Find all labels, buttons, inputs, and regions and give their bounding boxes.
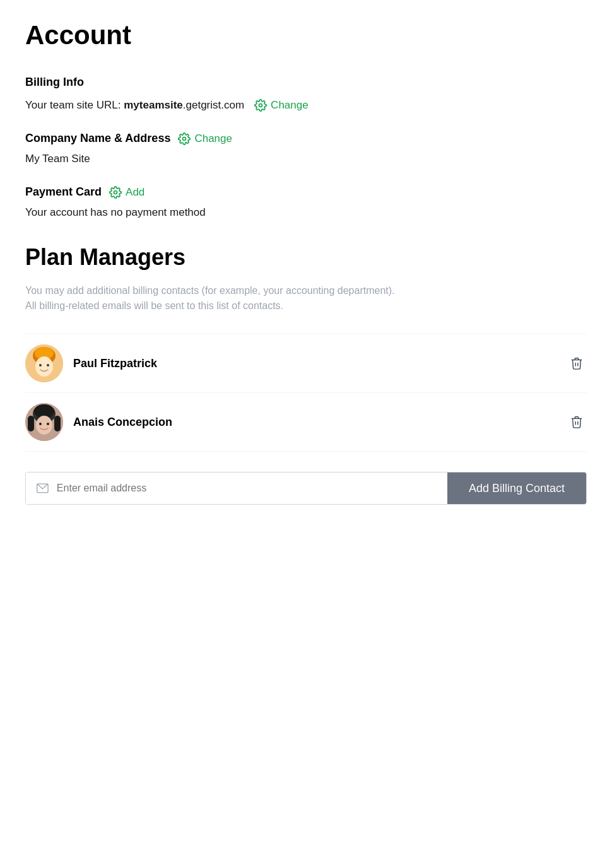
payment-add-link[interactable]: Add (109, 186, 144, 199)
gear-icon-payment (109, 186, 122, 199)
contact-item: Paul Fitzpatrick (25, 334, 587, 393)
company-change-label: Change (194, 132, 232, 145)
add-contact-row: Add Billing Contact (25, 472, 587, 505)
team-site-label: Your team site URL: myteamsite.getgrist.… (25, 99, 244, 112)
billing-info-section: Billing Info Your team site URL: myteams… (25, 76, 587, 219)
team-site-row: Your team site URL: myteamsite.getgrist.… (25, 99, 587, 112)
svg-point-1 (183, 137, 186, 140)
avatar (25, 403, 63, 441)
anais-avatar-illustration (25, 403, 63, 441)
payment-no-method: Your account has no payment method (25, 206, 587, 219)
payment-header: Payment Card Add (25, 185, 587, 199)
contact-list: Paul Fitzpatrick (25, 334, 587, 452)
plan-managers-title: Plan Managers (25, 244, 587, 271)
team-site-change-label: Change (271, 99, 309, 112)
gear-icon-teamsite (254, 99, 267, 112)
contact-item: Anais Concepcion (25, 393, 587, 452)
billing-info-block: Billing Info Your team site URL: myteams… (25, 76, 587, 112)
svg-point-7 (39, 364, 42, 367)
team-site-bold: myteamsite (124, 99, 183, 111)
add-billing-contact-button[interactable]: Add Billing Contact (447, 472, 586, 504)
delete-contact-button[interactable] (567, 412, 587, 432)
gear-icon-company (178, 132, 191, 145)
avatar (25, 344, 63, 382)
company-block: Company Name & Address Change My Team Si… (25, 132, 587, 165)
payment-block: Payment Card Add Your account has no pay… (25, 185, 587, 219)
trash-icon (570, 415, 584, 429)
svg-rect-13 (28, 416, 34, 431)
delete-contact-button[interactable] (567, 353, 587, 373)
company-name: My Team Site (25, 153, 587, 165)
svg-point-0 (259, 104, 262, 107)
svg-point-8 (47, 364, 49, 367)
page-title: Account (25, 20, 587, 50)
team-site-domain: .getgrist.com (183, 99, 244, 111)
svg-point-6 (35, 356, 53, 377)
plan-managers-section: Plan Managers You may add additional bil… (25, 244, 587, 505)
contact-name: Paul Fitzpatrick (73, 357, 556, 370)
trash-icon (570, 356, 584, 370)
svg-point-15 (39, 423, 42, 425)
contact-name: Anais Concepcion (73, 416, 556, 429)
svg-rect-14 (54, 416, 61, 431)
svg-point-2 (114, 191, 117, 194)
paul-avatar-illustration (25, 344, 63, 382)
team-site-change-link[interactable]: Change (254, 99, 309, 112)
billing-info-title: Billing Info (25, 76, 587, 89)
envelope-icon (36, 481, 49, 495)
svg-point-16 (47, 423, 49, 425)
company-change-link[interactable]: Change (178, 132, 232, 145)
company-header: Company Name & Address Change (25, 132, 587, 145)
svg-point-12 (36, 416, 52, 435)
payment-title: Payment Card (25, 185, 102, 199)
email-input[interactable] (57, 483, 437, 494)
company-title: Company Name & Address (25, 132, 170, 145)
plan-managers-description: You may add additional billing contacts … (25, 283, 404, 314)
email-input-wrapper (26, 472, 447, 504)
payment-add-label: Add (126, 186, 144, 199)
